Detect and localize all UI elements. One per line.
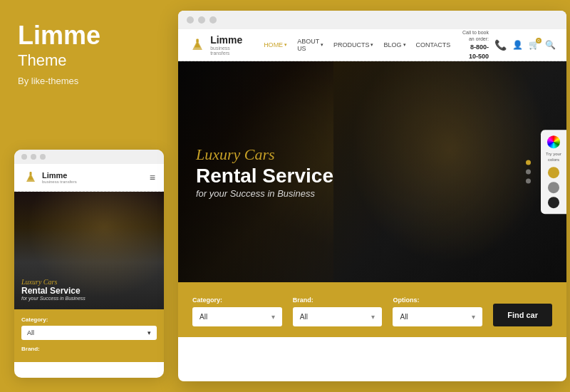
desktop-nav-right: Call to book an order: 8-800-10-500 📞 👤 … xyxy=(462,29,556,61)
nav-products[interactable]: PRODUCTS ▾ xyxy=(329,36,378,54)
call-number: 8-800-10-500 xyxy=(462,43,489,61)
svg-rect-0 xyxy=(30,172,32,175)
category-value: All xyxy=(200,313,207,321)
nav-chevron2: ▾ xyxy=(321,42,323,48)
dot-green xyxy=(40,154,46,160)
mobile-nav: Limme business transfers ≡ xyxy=(14,164,164,192)
hero-line3: for your Success in Business xyxy=(196,187,333,198)
mobile-logo: Limme business transfers xyxy=(23,170,77,185)
mobile-logo-name: Limme xyxy=(42,171,77,180)
nav-about[interactable]: ABOUT US ▾ xyxy=(293,36,328,54)
mobile-titlebar xyxy=(14,150,164,164)
hero-dots xyxy=(526,160,531,184)
color-wheel-icon[interactable] xyxy=(547,135,560,148)
call-info: Call to book an order: 8-800-10-500 xyxy=(462,29,489,61)
desktop-logo-text-block: Limme business transfers xyxy=(210,34,245,56)
mobile-logo-icon xyxy=(23,170,38,185)
form-group-options: Options: All ▾ xyxy=(393,296,482,326)
desktop-nav-links: HOME ▾ ABOUT US ▾ PRODUCTS ▾ BLOG ▾ CONT… xyxy=(259,36,455,54)
phone-icon: 📞 xyxy=(494,39,507,51)
desktop-dot-3 xyxy=(209,16,217,24)
nav-chevron: ▾ xyxy=(284,42,287,48)
brand-label: Brand: xyxy=(293,296,383,304)
color-swatch-gold[interactable] xyxy=(548,167,559,178)
mobile-form: Category: All ▾ Brand: xyxy=(14,309,164,362)
nav-chevron4: ▾ xyxy=(403,42,406,48)
mobile-category-label: Category: xyxy=(21,316,157,323)
form-group-brand: Brand: All ▾ xyxy=(293,296,383,326)
desktop-hero: Luxury Cars Rental Service for your Succ… xyxy=(178,61,566,282)
options-arrow: ▾ xyxy=(472,313,475,321)
mobile-brand-section: Brand: xyxy=(21,340,157,352)
theme-author: By like-themes xyxy=(18,76,157,86)
options-value: All xyxy=(400,313,408,321)
color-swatch-dark[interactable] xyxy=(548,197,559,208)
user-icon[interactable]: 👤 xyxy=(512,40,523,50)
theme-subtitle: Theme xyxy=(18,51,157,70)
mobile-preview-card: Limme business transfers ≡ Luxury Cars R… xyxy=(14,150,164,378)
svg-rect-1 xyxy=(196,38,198,42)
desktop-dot-2 xyxy=(198,16,205,24)
theme-title: Limme xyxy=(18,21,157,50)
mobile-hero-text: Luxury Cars Rental Service for your Succ… xyxy=(21,278,86,301)
dot-yellow xyxy=(31,154,36,160)
mobile-brand-label: Brand: xyxy=(21,346,157,352)
side-colors-panel: Try your colors xyxy=(541,130,566,214)
desktop-hero-text: Luxury Cars Rental Service for your Succ… xyxy=(196,145,333,199)
brand-arrow: ▾ xyxy=(371,313,375,321)
dot-red xyxy=(21,154,27,160)
hero-dot-1[interactable] xyxy=(526,160,531,165)
call-label: Call to book an order: xyxy=(462,29,489,43)
form-group-category: Category: All ▾ xyxy=(192,296,282,326)
options-label: Options: xyxy=(393,296,482,304)
hero-line1: Luxury Cars xyxy=(196,145,333,164)
hero-dot-3[interactable] xyxy=(526,179,531,184)
desktop-dot-1 xyxy=(187,16,194,24)
find-car-button[interactable]: Find car xyxy=(493,304,552,326)
desktop-logo-name: Limme xyxy=(210,34,245,46)
try-colors-label: Try your colors xyxy=(545,152,562,163)
nav-home[interactable]: HOME ▾ xyxy=(259,36,291,54)
mobile-hero: Luxury Cars Rental Service for your Succ… xyxy=(14,192,164,309)
color-swatch-gray[interactable] xyxy=(548,182,559,193)
hero-line2: Rental Service xyxy=(196,164,333,188)
mobile-logo-text-block: Limme business transfers xyxy=(42,171,77,184)
mobile-category-value: All xyxy=(27,329,34,336)
brand-select[interactable]: All ▾ xyxy=(293,307,383,326)
cart-icon[interactable]: 🛒 0 xyxy=(529,40,539,50)
nav-contacts[interactable]: CONTACTS xyxy=(412,36,455,54)
desktop-titlebar xyxy=(178,11,566,29)
desktop-form-bar: Category: All ▾ Brand: All ▾ Options: Al… xyxy=(178,282,566,337)
mobile-hero-title1: Luxury Cars xyxy=(21,278,86,286)
desktop-preview: Limme business transfers HOME ▾ ABOUT US… xyxy=(178,11,566,381)
desktop-nav: Limme business transfers HOME ▾ ABOUT US… xyxy=(178,29,566,61)
hamburger-icon[interactable]: ≡ xyxy=(150,172,155,183)
cart-badge: 0 xyxy=(536,38,542,43)
nav-chevron3: ▾ xyxy=(370,42,373,48)
mobile-hero-title3: for your Success in Business xyxy=(21,296,86,301)
category-label: Category: xyxy=(192,296,282,304)
mobile-select-arrow: ▾ xyxy=(147,329,151,336)
desktop-logo-sub: business transfers xyxy=(210,46,245,56)
mobile-category-select[interactable]: All ▾ xyxy=(21,326,157,340)
desktop-logo: Limme business transfers xyxy=(189,34,245,56)
hero-dot-2[interactable] xyxy=(526,170,531,175)
desktop-logo-icon xyxy=(189,35,206,55)
nav-blog[interactable]: BLOG ▾ xyxy=(379,36,410,54)
category-select[interactable]: All ▾ xyxy=(192,307,282,326)
brand-value: All xyxy=(300,313,308,321)
category-arrow: ▾ xyxy=(271,313,275,321)
mobile-hero-title2: Rental Service xyxy=(21,286,86,296)
options-select[interactable]: All ▾ xyxy=(393,307,482,326)
mobile-logo-sub: business transfers xyxy=(42,180,77,184)
search-icon[interactable]: 🔍 xyxy=(545,40,556,50)
